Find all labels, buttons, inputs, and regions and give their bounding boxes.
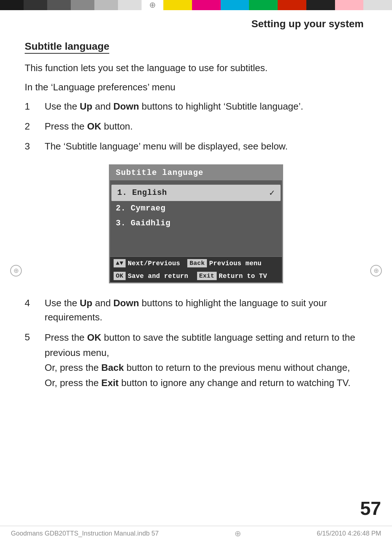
- key-updown: ▲▼: [114, 259, 126, 267]
- step-5-ok: OK: [87, 332, 101, 343]
- color-block-3: [47, 0, 71, 10]
- color-block-6: [118, 0, 142, 10]
- bottom-bar: Goodmans GDB20TTS_Instruction Manual.ind…: [0, 526, 392, 541]
- menu-item-2-label: 2. Cymraeg: [116, 204, 166, 213]
- step-1-text: Use the Up and Down buttons to highlight…: [45, 99, 367, 114]
- step-4-number: 4: [25, 296, 45, 324]
- key-ok: OK: [114, 272, 126, 280]
- main-content: Setting up your system Subtitle language…: [25, 18, 367, 521]
- step-2: 2 Press the OK button.: [25, 119, 367, 134]
- tv-menu-box: Subtitle language 1. English ✓ 2. Cymrae…: [109, 164, 283, 283]
- left-color-blocks: [0, 0, 142, 10]
- step-5-number: 5: [25, 330, 45, 390]
- paragraph-1: This function lets you set the language …: [25, 61, 367, 75]
- step-1-number: 1: [25, 99, 45, 114]
- menu-footer: ▲▼ Next/Previous Back Previous menu OK S…: [110, 256, 282, 282]
- color-block-2: [24, 0, 47, 10]
- color-block-1: [0, 0, 24, 10]
- paragraph-2: In the ‘Language preferences’ menu: [25, 80, 367, 94]
- key-exit: Exit: [197, 272, 217, 280]
- color-block-4: [71, 0, 94, 10]
- key-ok-label: Save and return: [128, 272, 188, 280]
- menu-item-1-label: 1. English: [117, 188, 167, 197]
- menu-item-1-check: ✓: [269, 188, 275, 198]
- page-header: Setting up your system: [25, 18, 367, 30]
- menu-item-3: 3. Gaidhlig: [110, 216, 282, 231]
- page-title: Setting up your system: [251, 18, 364, 29]
- step-4: 4 Use the Up and Down buttons to highlig…: [25, 296, 367, 324]
- menu-item-2: 2. Cymraeg: [110, 201, 282, 216]
- step-3-number: 3: [25, 139, 45, 153]
- key-exit-label: Return to TV: [219, 272, 267, 280]
- menu-title-bar: Subtitle language: [110, 165, 282, 180]
- step-4-text: Use the Up and Down buttons to highlight…: [45, 296, 367, 324]
- step-2-ok: OK: [87, 121, 101, 132]
- steps-list: 1 Use the Up and Down buttons to highlig…: [25, 99, 367, 153]
- step-5-back: Back: [101, 362, 124, 373]
- step-5-text: Press the OK button to save the subtitle…: [45, 330, 367, 390]
- menu-spacer: [110, 231, 282, 249]
- color-block-red: [278, 0, 306, 10]
- step-4-up: Up: [80, 298, 93, 308]
- tv-menu-container: Subtitle language 1. English ✓ 2. Cymrae…: [25, 164, 367, 283]
- menu-items-list: 1. English ✓ 2. Cymraeg 3. Gaidhlig: [110, 180, 282, 256]
- menu-footer-row-2: OK Save and return Exit Return to TV: [110, 270, 282, 282]
- key-nextprev-label: Next/Previous: [128, 260, 180, 267]
- top-center-crosshair: ⊕: [142, 0, 163, 10]
- left-crosshair: ⊕: [10, 265, 22, 276]
- right-color-blocks: [163, 0, 392, 10]
- step-2-number: 2: [25, 119, 45, 134]
- footer-left: Goodmans GDB20TTS_Instruction Manual.ind…: [11, 530, 159, 537]
- step-1-up: Up: [80, 101, 93, 112]
- color-block-ltgray: [363, 0, 392, 10]
- bottom-crosshair: ⊕: [234, 529, 241, 538]
- page-number: 57: [360, 497, 381, 519]
- color-block-yellow: [163, 0, 192, 10]
- right-crosshair: ⊕: [370, 265, 382, 276]
- steps-after-list: 4 Use the Up and Down buttons to highlig…: [25, 296, 367, 390]
- step-3: 3 The ‘Subtitle language’ menu will be d…: [25, 139, 367, 153]
- step-1: 1 Use the Up and Down buttons to highlig…: [25, 99, 367, 114]
- menu-item-1: 1. English ✓: [111, 185, 281, 201]
- step-5-exit: Exit: [101, 377, 119, 388]
- menu-footer-row-1: ▲▼ Next/Previous Back Previous menu: [110, 257, 282, 270]
- footer-right: 6/15/2010 4:26:48 PM: [317, 530, 381, 537]
- key-back: Back: [187, 259, 207, 267]
- color-block-pink: [192, 0, 221, 10]
- color-block-cyan: [221, 0, 249, 10]
- menu-item-3-label: 3. Gaidhlig: [116, 219, 171, 228]
- menu-title: Subtitle language: [116, 168, 203, 177]
- section-heading: Subtitle language: [25, 41, 109, 54]
- color-block-dark: [306, 0, 335, 10]
- step-1-down: Down: [113, 101, 139, 112]
- step-2-text: Press the OK button.: [45, 119, 367, 134]
- key-back-label: Previous menu: [209, 260, 261, 267]
- color-block-lightpink: [335, 0, 364, 10]
- color-block-green: [249, 0, 278, 10]
- top-color-bar: ⊕: [0, 0, 392, 10]
- step-3-text: The ‘Subtitle language’ menu will be dis…: [45, 139, 367, 153]
- step-5: 5 Press the OK button to save the subtit…: [25, 330, 367, 390]
- step-4-down: Down: [113, 298, 139, 308]
- color-block-5: [94, 0, 118, 10]
